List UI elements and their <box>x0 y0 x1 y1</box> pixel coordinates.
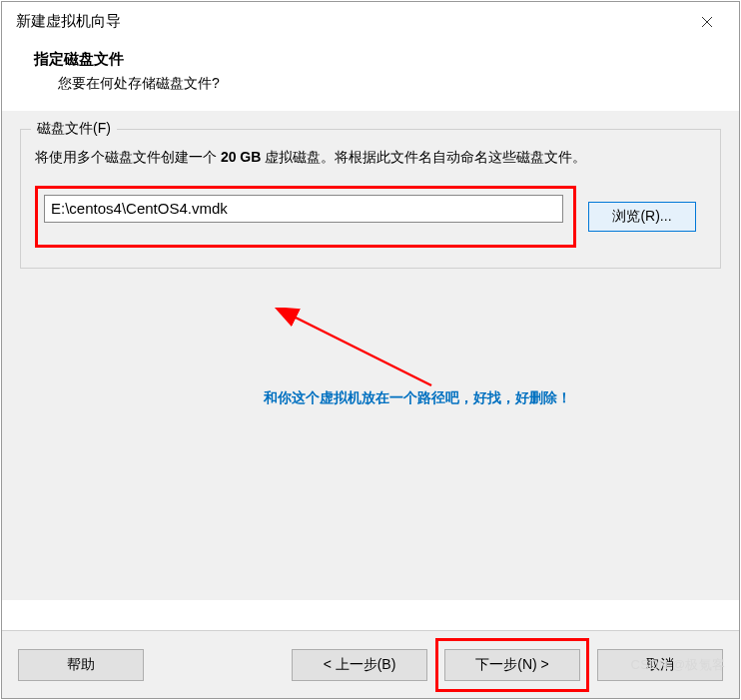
help-button[interactable]: 帮助 <box>18 649 144 681</box>
desc-pre: 将使用多个磁盘文件创建一个 <box>35 149 221 165</box>
page-title: 指定磁盘文件 <box>34 50 707 69</box>
browse-button[interactable]: 浏览(R)... <box>588 202 696 232</box>
annotation-text: 和你这个虚拟机放在一个路径吧，好找，好删除！ <box>264 389 571 407</box>
desc-post: 虚拟磁盘。将根据此文件名自动命名这些磁盘文件。 <box>261 149 586 165</box>
window-title: 新建虚拟机向导 <box>16 12 121 31</box>
close-icon <box>701 16 713 28</box>
disk-file-group: 磁盘文件(F) 将使用多个磁盘文件创建一个 20 GB 虚拟磁盘。将根据此文件名… <box>20 129 721 269</box>
cancel-button[interactable]: 取消 <box>597 649 723 681</box>
back-button[interactable]: < 上一步(B) <box>292 649 427 681</box>
group-label: 磁盘文件(F) <box>31 120 117 138</box>
description-text: 将使用多个磁盘文件创建一个 20 GB 虚拟磁盘。将根据此文件名自动命名这些磁盘… <box>35 146 706 170</box>
highlight-box-input <box>35 186 576 248</box>
wizard-header: 指定磁盘文件 您要在何处存储磁盘文件? <box>2 40 739 111</box>
disk-file-path-input[interactable] <box>44 195 563 223</box>
highlight-box-next: 下一步(N) > <box>435 638 589 692</box>
desc-bold: 20 GB <box>221 149 261 165</box>
content-area: 磁盘文件(F) 将使用多个磁盘文件创建一个 20 GB 虚拟磁盘。将根据此文件名… <box>2 111 739 600</box>
file-input-row: 浏览(R)... <box>35 186 706 248</box>
close-button[interactable] <box>687 8 727 36</box>
title-bar: 新建虚拟机向导 <box>2 2 739 40</box>
next-button[interactable]: 下一步(N) > <box>444 649 580 681</box>
page-subtitle: 您要在何处存储磁盘文件? <box>34 75 707 93</box>
button-bar: 帮助 < 上一步(B) 下一步(N) > 取消 <box>2 630 739 698</box>
